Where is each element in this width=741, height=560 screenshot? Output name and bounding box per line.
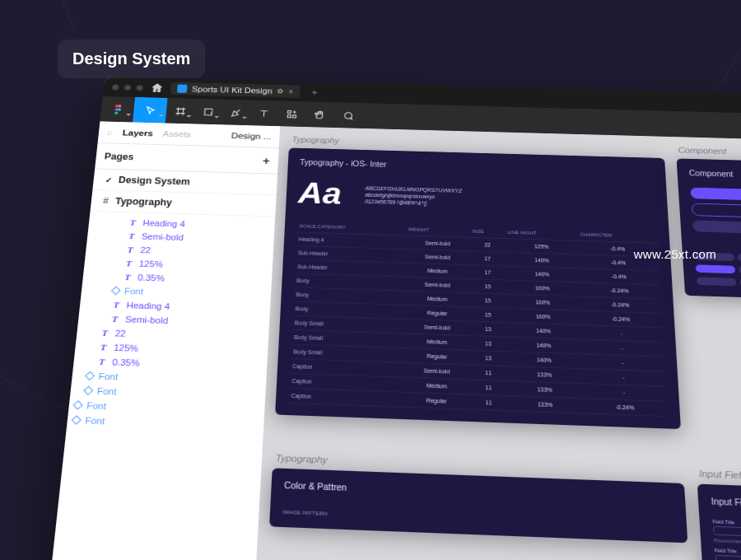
svg-rect-7 [287,114,291,117]
text-icon: T [122,273,133,282]
svg-rect-6 [287,110,291,113]
svg-point-3 [117,108,120,110]
layer-label: Font [98,371,119,382]
sidebar-tab-layers[interactable]: Layers [122,128,153,138]
document-tab[interactable]: Sports UI Kit Design ✿ × [170,82,301,98]
resources-tool[interactable] [277,100,305,127]
left-sidebar: ⌕ Layers Assets Design ... Pages + ✓ Des… [42,121,281,560]
dark-button[interactable]: Continue [692,220,741,235]
layer-label: Font [124,287,144,296]
primary-button[interactable]: Continue [690,188,741,203]
layer-label: 125% [138,259,163,268]
component-icon [72,415,82,424]
close-tab-icon[interactable]: × [288,87,293,95]
frame-input[interactable]: Input Field Input Field Field TitlePlace… [696,468,741,560]
add-page-button[interactable]: + [263,154,271,166]
text-icon: T [110,314,121,324]
svg-rect-5 [204,109,212,115]
move-tool[interactable] [133,97,167,124]
file-icon [177,84,188,92]
comment-tool[interactable] [333,102,361,128]
layer-label: Font [96,386,117,397]
new-tab-button[interactable]: + [306,86,323,97]
link-button[interactable]: Continue [693,236,741,252]
text-icon: T [110,300,122,310]
layer-label: 0.35% [137,273,165,282]
svg-rect-8 [292,114,296,117]
layer-label: Semi-bold [125,315,169,325]
layer-label: 125% [114,343,139,353]
gear-icon: ✿ [277,87,283,95]
text-icon: T [99,328,110,338]
search-icon[interactable]: ⌕ [106,127,113,137]
typography-sample-large: Aa [297,176,342,211]
component-icon [111,287,121,296]
sidebar-tab-assets[interactable]: Assets [162,129,191,138]
frame-color[interactable]: Typography Color & Pattren IMAGE PATTERN [263,452,695,560]
component-icon [73,400,83,409]
home-icon[interactable] [149,82,165,95]
component-heading: Component [688,169,741,184]
page-label: Typography [114,196,172,208]
text-icon: T [124,259,134,268]
svg-point-4 [114,111,118,114]
field-box [715,554,741,560]
text-icon: T [98,342,110,352]
input-field-spec[interactable]: Field TitlePlaceholder text [712,518,741,546]
layer-label: Heading 4 [126,301,170,311]
frame-tool[interactable] [165,98,195,124]
layer-label: Font [86,400,107,411]
input-heading: Input Field [711,497,741,518]
design-app-window: Sports UI Kit Design ✿ × + [42,77,741,560]
layer-label: Semi-bold [141,231,184,242]
check-icon: ✓ [105,175,112,184]
input-field-spec[interactable]: Field TitlePlaceholder text [714,547,741,560]
page-label: Design System [118,175,190,187]
layer-label: Font [85,415,105,426]
component-icon [85,371,95,380]
pen-tool[interactable] [221,100,250,126]
typography-sample-chars: ABCDEFGHIJKLMNOPQRSTUVWXYZ abcdefghijklm… [365,184,462,208]
frame-component[interactable]: Component Component Continue Continue Co… [675,146,741,468]
layer-label: 22 [140,245,151,254]
pages-header: Pages [104,151,134,161]
field-placeholder: Placeholder text [714,537,741,546]
typography-table: SCALE CATEGORYWEIGHTSIZELINE HIGHTCHARAC… [288,220,667,417]
layer-label: 22 [114,329,126,338]
text-tool[interactable] [249,100,278,127]
svg-point-1 [118,105,121,107]
traffic-lights[interactable] [111,84,143,91]
field-box [713,525,741,538]
text-icon: T [128,217,138,226]
input-field-grid: Field TitlePlaceholder textPasswordPlace… [712,518,741,560]
shape-tool[interactable] [193,99,223,124]
layer-tree: THeading 4TSemi-boldT22T125%T0.35%FontTH… [42,212,276,560]
typography-heading: Typography - iOS- Inter [300,158,654,176]
text-icon: T [96,357,108,366]
text-icon: T [124,245,135,254]
layer-label: Heading 4 [142,218,185,228]
hand-tool[interactable] [305,101,333,128]
outline-button[interactable]: Continue [691,203,741,220]
sidebar-design-dropdown[interactable]: Design ... [231,131,271,141]
component-icon [83,386,93,395]
frame-icon: # [103,196,110,207]
text-icon: T [126,231,137,240]
canvas[interactable]: Typography Typography - iOS- Inter Aa AB… [250,126,741,560]
document-tab-label: Sports UI Kit Design [192,85,273,96]
page-badge: Design System [58,40,205,78]
frame-typography[interactable]: Typography Typography - iOS- Inter Aa AB… [273,135,682,455]
layer-label: 0.35% [112,357,140,368]
figma-menu-button[interactable] [100,96,135,123]
